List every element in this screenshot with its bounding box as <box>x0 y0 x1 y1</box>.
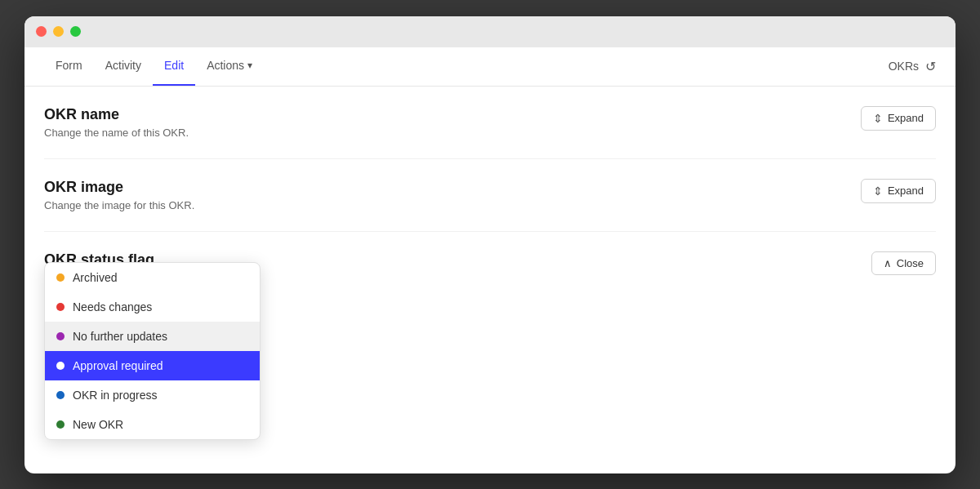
nav-right: OKRs ↺ <box>889 59 936 74</box>
dropdown-item-archived[interactable]: Archived <box>45 263 260 292</box>
archived-dot <box>56 273 65 282</box>
tab-activity[interactable]: Activity <box>94 47 153 86</box>
tab-edit[interactable]: Edit <box>153 47 195 86</box>
okr-image-text-group: OKR image Change the image for this OKR. <box>44 179 194 211</box>
needs-changes-dot <box>56 303 65 311</box>
actions-chevron-icon: ▾ <box>247 60 252 71</box>
traffic-lights <box>36 26 81 37</box>
no-further-updates-dot <box>56 332 65 340</box>
okr-name-expand-button[interactable]: ⇕ Expand <box>861 106 936 131</box>
okr-image-expand-button[interactable]: ⇕ Expand <box>861 179 936 203</box>
close-chevron-icon: ∧ <box>884 257 892 269</box>
status-flag-dropdown-menu: Archived Needs changes No further update… <box>44 262 261 440</box>
tab-actions[interactable]: Actions ▾ <box>195 47 264 86</box>
dropdown-item-okr-in-progress[interactable]: OKR in progress <box>45 380 260 410</box>
status-flag-close-button[interactable]: ∧ Close <box>871 251 936 275</box>
okr-image-header: OKR image Change the image for this OKR.… <box>44 179 936 211</box>
main-content: OKR name Change the name of this OKR. ⇕ … <box>24 87 956 473</box>
approval-required-dot <box>56 362 65 370</box>
new-okr-dot <box>56 420 65 429</box>
tab-form[interactable]: Form <box>44 47 94 86</box>
nav-tabs: Form Activity Edit Actions ▾ <box>44 47 264 86</box>
maximize-traffic-light[interactable] <box>70 26 81 37</box>
dropdown-item-no-further-updates[interactable]: No further updates <box>45 322 260 351</box>
okr-image-title: OKR image <box>44 179 194 196</box>
dropdown-item-approval-required[interactable]: Approval required <box>45 351 260 380</box>
okr-name-desc: Change the name of this OKR. <box>44 127 189 139</box>
expand-arrows-icon: ⇕ <box>873 112 883 125</box>
refresh-icon[interactable]: ↺ <box>925 59 936 74</box>
okr-name-section: OKR name Change the name of this OKR. ⇕ … <box>44 87 936 159</box>
titlebar <box>24 16 956 47</box>
main-window: Form Activity Edit Actions ▾ OKRs ↺ OKR … <box>24 16 956 473</box>
okr-name-text-group: OKR name Change the name of this OKR. <box>44 106 189 139</box>
navbar: Form Activity Edit Actions ▾ OKRs ↺ <box>24 47 956 87</box>
okr-in-progress-dot <box>56 391 65 399</box>
close-traffic-light[interactable] <box>36 26 47 37</box>
dropdown-item-new-okr[interactable]: New OKR <box>45 410 260 439</box>
okr-image-section: OKR image Change the image for this OKR.… <box>44 159 936 232</box>
okr-name-title: OKR name <box>44 106 189 123</box>
okr-name-header: OKR name Change the name of this OKR. ⇕ … <box>44 106 936 139</box>
okrs-label: OKRs <box>889 60 919 73</box>
okr-status-flag-section: OKR status flag Change the status flag f… <box>44 232 936 473</box>
minimize-traffic-light[interactable] <box>53 26 64 37</box>
dropdown-item-needs-changes[interactable]: Needs changes <box>45 292 260 322</box>
okr-image-desc: Change the image for this OKR. <box>44 199 194 211</box>
expand-arrows-icon-2: ⇕ <box>873 184 883 198</box>
